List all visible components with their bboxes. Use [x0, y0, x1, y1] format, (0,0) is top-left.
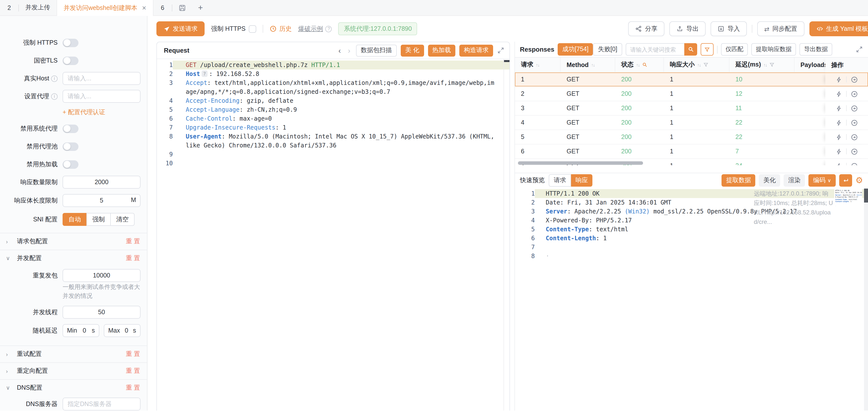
wrap-lines-button[interactable] — [839, 174, 852, 187]
save-session-button[interactable] — [172, 0, 192, 15]
fail-filter-button[interactable]: 失败[0] — [593, 43, 622, 56]
sort-icon[interactable]: ↑↓ — [697, 62, 701, 67]
render-button[interactable]: 渲染 — [784, 174, 805, 187]
code-line[interactable]: 4Accept-Encoding: gzip, deflate — [157, 96, 509, 105]
resend-icon[interactable] — [835, 148, 842, 155]
table-row[interactable]: 1 GET 200 1 10 — [515, 72, 868, 87]
code-line[interactable]: 8User-Agent: Mozilla/5.0 (Macintosh; Int… — [157, 132, 509, 150]
expand-icon[interactable] — [497, 47, 504, 54]
table-row[interactable]: 4 GET 200 1 22 — [515, 116, 868, 130]
goto-response-icon[interactable] — [850, 162, 858, 165]
horizontal-scrollbar[interactable] — [518, 161, 643, 165]
export-button[interactable]: 导出 — [670, 21, 706, 36]
resend-icon[interactable] — [835, 91, 842, 97]
beautify-button[interactable]: 美 化 — [401, 44, 424, 56]
tab-6[interactable]: 6 — [153, 0, 172, 15]
dns-server-input[interactable] — [63, 398, 141, 411]
force-https-toggle[interactable] — [63, 38, 79, 47]
history-button[interactable]: 历史 — [270, 25, 292, 33]
extract-response-data-button[interactable]: 提取响应数据 — [751, 43, 796, 56]
scrollbar-thumb[interactable] — [504, 60, 509, 62]
encode-dropdown[interactable]: 编码 ∨ — [809, 174, 836, 187]
request-editor-scrollbar[interactable] — [503, 59, 509, 411]
disable-system-proxy-toggle[interactable] — [63, 124, 79, 133]
add-tab-button[interactable]: + — [192, 0, 209, 15]
delay-max-input[interactable]: Max 0 s — [104, 324, 141, 337]
hot-reload-button[interactable]: 热加载 — [428, 44, 455, 56]
import-button[interactable]: 导入 — [711, 21, 747, 36]
expand-icon[interactable] — [856, 46, 863, 53]
column-method[interactable]: Method ↑↓ — [561, 58, 615, 72]
success-filter-button[interactable]: 成功[754] — [558, 43, 593, 56]
response-body-limit-input[interactable] — [63, 194, 141, 207]
goto-response-icon[interactable] — [850, 133, 858, 141]
table-row[interactable]: 2 GET 200 1 12 — [515, 87, 868, 101]
sni-force-button[interactable]: 强制 — [86, 213, 111, 226]
extract-data-button[interactable]: 提取数据 — [722, 174, 755, 187]
goto-response-icon[interactable] — [850, 104, 858, 112]
column-status[interactable]: 状态 ↑↓ — [615, 58, 664, 72]
code-line[interactable]: 3Accept: text/html,application/xhtml+xml… — [157, 78, 509, 96]
section-retry[interactable]: › 重试配置 重 置 — [0, 346, 147, 362]
filter-button[interactable] — [701, 43, 714, 56]
code-line[interactable]: 9 — [157, 150, 509, 159]
column-filter-icon[interactable] — [769, 62, 775, 67]
reset-link[interactable]: 重 置 — [126, 237, 140, 246]
goto-response-icon[interactable] — [850, 119, 858, 126]
packet-scan-button[interactable]: 数据包扫描 — [356, 44, 397, 56]
table-row[interactable]: 5 GET 200 1 22 — [515, 130, 868, 145]
real-host-input[interactable] — [63, 72, 141, 85]
reset-link[interactable]: 重 置 — [126, 254, 140, 262]
proxy-input[interactable] — [63, 90, 141, 103]
code-line[interactable]: 6Cache-Control: max-age=0 — [157, 114, 509, 123]
repeat-send-input[interactable] — [63, 269, 141, 282]
tab-2[interactable]: 2 — [0, 0, 19, 15]
next-request-button[interactable]: › — [346, 46, 352, 55]
sort-icon[interactable]: ↑↓ — [636, 62, 640, 67]
close-icon[interactable]: ✕ — [142, 5, 146, 11]
sync-config-button[interactable]: ⇄ 同步配置 — [757, 21, 804, 36]
sort-icon[interactable]: ↑↓ — [591, 62, 595, 67]
request-editor[interactable]: 1GET /upload/create_webshell.php.7z HTTP… — [157, 59, 509, 411]
code-line[interactable]: 8· — [515, 252, 868, 261]
disable-hot-reload-toggle[interactable] — [63, 160, 79, 168]
preview-tab-response[interactable]: 响应 — [571, 174, 592, 187]
resend-icon[interactable] — [835, 119, 842, 126]
table-row[interactable]: 6 GET 200 1 7 — [515, 145, 868, 159]
response-scrollbar[interactable] — [864, 188, 868, 411]
column-delay[interactable]: 延迟(ms) ↑↓ — [730, 58, 795, 72]
panel-splitter[interactable] — [510, 42, 515, 411]
settings-gear-icon[interactable]: ⚙ — [856, 176, 863, 185]
code-line[interactable]: 5Accept-Language: zh-CN,zh;q=0.9 — [157, 105, 509, 114]
column-search-icon[interactable] — [642, 62, 648, 67]
configure-proxy-auth-link[interactable]: + 配置代理认证 — [63, 108, 105, 117]
sni-clear-button[interactable]: 清空 — [110, 213, 134, 226]
generate-yaml-button[interactable]: 生成 Yaml 模板 — [809, 21, 868, 36]
goto-response-icon[interactable] — [850, 90, 858, 98]
send-request-button[interactable]: 发送请求 — [156, 21, 205, 36]
sni-auto-button[interactable]: 自动 — [63, 213, 87, 226]
only-match-button[interactable]: 仅匹配 — [721, 43, 748, 56]
section-request-package[interactable]: › 请求包配置 重 置 — [0, 233, 147, 250]
blast-example-link[interactable]: 爆破示例 — [298, 25, 323, 33]
code-line[interactable]: 2Host?: 192.168.52.8 — [157, 69, 509, 78]
gm-tls-toggle[interactable] — [63, 56, 79, 65]
preview-tab-request[interactable]: 请求 — [549, 174, 571, 187]
search-button[interactable] — [684, 43, 697, 56]
reset-link[interactable]: 重 置 — [126, 367, 140, 375]
table-row[interactable]: 3 GET 200 1 11 — [515, 101, 868, 116]
code-line[interactable]: 7 — [515, 243, 868, 252]
code-line[interactable]: 7Upgrade-Insecure-Requests: 1 — [157, 123, 509, 132]
reset-link[interactable]: 重 置 — [126, 384, 140, 392]
delay-min-input[interactable]: Min 0 s — [63, 324, 99, 337]
code-line[interactable]: 6Content-Length: 1 — [515, 234, 868, 243]
section-dns[interactable]: ∨ DNS配置 重 置 — [0, 379, 147, 396]
construct-request-button[interactable]: 构造请求 — [459, 44, 493, 56]
beautify-response-button[interactable]: 美化 — [759, 174, 780, 187]
response-viewer[interactable]: 1HTTP/1.1 200 OK2Date: Fri, 31 Jan 2025 … — [515, 188, 868, 411]
goto-response-icon[interactable] — [850, 76, 858, 83]
column-request[interactable]: 请求 ↑↓ — [515, 58, 561, 72]
goto-response-icon[interactable] — [850, 148, 858, 155]
prev-request-button[interactable]: ‹ — [337, 46, 342, 55]
export-data-button[interactable]: 导出数据 — [800, 43, 832, 56]
